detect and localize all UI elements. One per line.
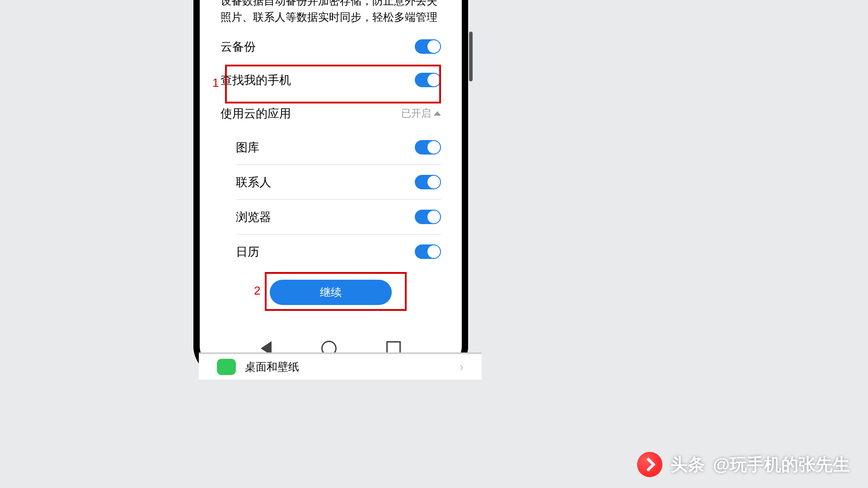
toggle-knob — [427, 245, 440, 258]
phone-mockup: 设备数据自动备份并加密存储，防止意外丢失 照片、联系人等数据实时同步，轻松多端管… — [193, 0, 468, 377]
cloud-backup-toggle[interactable] — [415, 39, 441, 54]
watermark-brand: 头条 — [671, 453, 705, 476]
toggle-knob — [427, 74, 440, 86]
phone-screen: 设备数据自动备份并加密存储，防止意外丢失 照片、联系人等数据实时同步，轻松多端管… — [200, 0, 462, 371]
cloud-apps-title: 使用云的应用 — [221, 106, 291, 122]
peek-setting-row[interactable]: 桌面和壁纸 › — [199, 353, 482, 380]
app-browser-label: 浏览器 — [236, 209, 271, 225]
app-contacts-label: 联系人 — [236, 174, 271, 190]
toggle-knob — [427, 176, 440, 188]
app-contacts-toggle[interactable] — [415, 175, 441, 189]
settings-content: 设备数据自动备份并加密存储，防止意外丢失 照片、联系人等数据实时同步，轻松多端管… — [200, 0, 462, 371]
peek-label: 桌面和壁纸 — [245, 360, 299, 374]
toggle-knob — [427, 211, 440, 223]
cloud-backup-row[interactable]: 云备份 — [200, 30, 462, 63]
app-gallery-toggle[interactable] — [415, 140, 441, 155]
app-browser-row[interactable]: 浏览器 — [200, 200, 462, 234]
cloud-apps-header[interactable]: 使用云的应用 已开启 — [200, 97, 462, 130]
watermark-handle: @玩手机的张先生 — [713, 453, 850, 476]
cloud-apps-status: 已开启 — [401, 107, 441, 120]
app-calendar-toggle[interactable] — [415, 244, 441, 259]
find-my-phone-toggle[interactable] — [415, 73, 441, 87]
chevron-right-icon: › — [460, 360, 464, 374]
continue-button-label: 继续 — [320, 285, 342, 300]
app-gallery-label: 图库 — [236, 140, 259, 155]
watermark: 头条 @玩手机的张先生 — [637, 452, 850, 477]
chevron-up-icon — [434, 111, 441, 116]
wallpaper-icon — [217, 359, 236, 375]
description-line: 照片、联系人等数据实时同步，轻松多端管理 — [221, 9, 441, 25]
find-my-phone-label: 查找我的手机 — [221, 72, 291, 88]
toutiao-logo-icon — [637, 452, 662, 477]
find-my-phone-row[interactable]: 查找我的手机 — [200, 63, 462, 97]
description-line: 设备数据自动备份并加密存储，防止意外丢失 — [221, 0, 441, 9]
app-calendar-label: 日历 — [236, 244, 259, 260]
app-calendar-row[interactable]: 日历 — [200, 235, 462, 269]
cloud-backup-label: 云备份 — [221, 39, 256, 55]
app-gallery-row[interactable]: 图库 — [200, 130, 462, 164]
app-browser-toggle[interactable] — [415, 210, 441, 224]
feature-description: 设备数据自动备份并加密存储，防止意外丢失 照片、联系人等数据实时同步，轻松多端管… — [200, 0, 462, 30]
app-contacts-row[interactable]: 联系人 — [200, 165, 462, 199]
status-text: 已开启 — [401, 107, 431, 120]
toggle-knob — [427, 40, 440, 53]
phone-side-button — [469, 32, 473, 81]
toggle-knob — [427, 141, 440, 154]
continue-button[interactable]: 继续 — [270, 280, 392, 305]
